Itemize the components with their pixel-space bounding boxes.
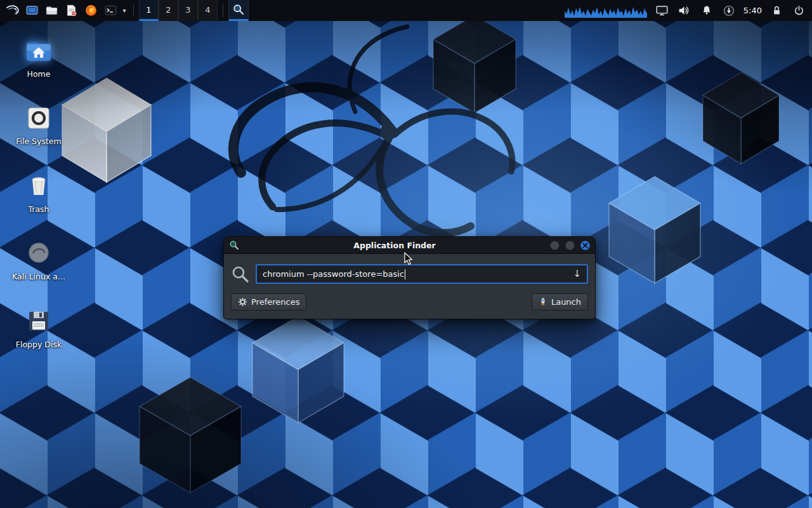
desktop-icon-label: File System [16,137,62,146]
gear-icon [238,297,247,307]
cpu-graph-bars [564,5,648,18]
search-row: chromium --password-store=basic ↓ [231,264,588,284]
glass-cube-dark-1 [433,15,516,113]
panel-left: ▾ 1 2 3 4 [0,0,249,21]
bell-icon [700,4,713,17]
panel-right: 5:40 [564,0,812,21]
display-settings-icon[interactable] [655,0,670,21]
text-editor-launcher[interactable] [62,0,81,21]
speaker-icon [678,4,691,17]
cpu-graph[interactable] [564,4,648,18]
desktop-icon-label: Floppy Disk [16,340,62,349]
clock[interactable]: 5:40 [743,6,762,15]
download-circle-icon [723,4,735,17]
power-icon [793,4,805,17]
desktop-icon-file-system[interactable]: File System [11,103,67,146]
maximize-button[interactable] [565,241,575,250]
glass-cube-white [62,78,151,182]
kali-logo-icon [5,3,20,18]
launch-button[interactable]: Launch [532,293,588,311]
desktop-icon-home[interactable]: Home [11,36,67,79]
preferences-label: Preferences [251,297,299,307]
file-system-drive-icon [23,103,54,133]
search-icon [232,3,245,16]
search-input[interactable]: chromium --password-store=basic ↓ [256,264,588,284]
preferences-button[interactable]: Preferences [231,293,306,311]
search-query-text: chromium --password-store=basic [263,269,404,279]
minimize-button[interactable] [550,241,560,250]
panel-separator [223,4,223,17]
top-panel: ▾ 1 2 3 4 [0,0,812,21]
logout-icon[interactable] [791,0,806,21]
notifications-icon[interactable] [699,0,714,21]
window-title: Application Finder [243,241,546,250]
desktop-icon-label: Kali Linux a... [12,272,65,281]
workspace-button-3[interactable]: 3 [178,0,198,21]
workspace-switcher: 1 2 3 4 [139,0,218,21]
terminal-icon [104,4,117,17]
application-finder-window: Application Finder chromium --password [223,236,596,319]
kali-menu-button[interactable] [3,0,22,21]
launch-icon [539,297,547,307]
workspace-label: 4 [205,5,210,15]
close-button[interactable] [580,241,590,250]
text-caret [405,269,405,279]
floppy-disk-icon [23,306,54,337]
chevron-down-icon[interactable]: ▾ [121,7,128,14]
document-icon [65,4,78,17]
home-folder-icon [23,36,54,66]
window-icon [25,4,39,17]
updates-icon[interactable] [721,0,737,21]
dropdown-arrow-icon[interactable]: ↓ [573,269,581,279]
glass-cube-dark-3 [703,72,779,164]
workspace-label: 1 [146,5,151,15]
desktop-icon-label: Home [27,70,51,79]
desktop-icon-floppy-disk[interactable]: Floppy Disk [11,306,67,349]
volume-icon[interactable] [677,0,692,21]
desktop-icon-kali-linux[interactable]: Kali Linux a... [11,238,67,281]
search-icon [231,265,250,284]
glass-cube-light [252,316,344,423]
monitor-icon [655,4,669,17]
button-row: Preferences Launch [231,293,588,311]
window-buttons [550,241,590,250]
show-desktop-button[interactable] [22,0,42,21]
desktop-icon-label: Trash [28,205,49,214]
workspace-button-2[interactable]: 2 [159,0,178,21]
workspace-button-1[interactable]: 1 [139,0,159,21]
titlebar[interactable]: Application Finder [224,237,595,254]
folder-icon [45,4,58,17]
desktop-screen: ▾ 1 2 3 4 [0,0,812,508]
desktop-icon-trash[interactable]: Trash [11,171,67,214]
trash-icon [23,171,54,201]
window-body: chromium --password-store=basic ↓ [224,254,595,319]
glass-cube-dark-2 [140,377,241,493]
terminal-launcher[interactable] [101,0,121,21]
panel-separator [133,4,134,17]
taskbar-application-finder[interactable] [228,0,249,21]
workspace-label: 3 [185,5,190,15]
launch-label: Launch [551,297,581,307]
workspace-button-4[interactable]: 4 [198,0,218,21]
screen-lock-icon[interactable] [769,0,784,21]
glass-cube-blue [609,177,700,283]
firefox-icon [84,4,98,17]
close-icon [582,243,588,248]
desktop-icon-list: Home File System Trash [11,36,67,349]
workspace-label: 2 [166,5,171,15]
application-finder-icon [229,240,239,250]
kali-disc-icon [23,238,54,269]
lock-icon [771,4,783,17]
file-manager-launcher[interactable] [42,0,62,21]
firefox-launcher[interactable] [81,0,101,21]
